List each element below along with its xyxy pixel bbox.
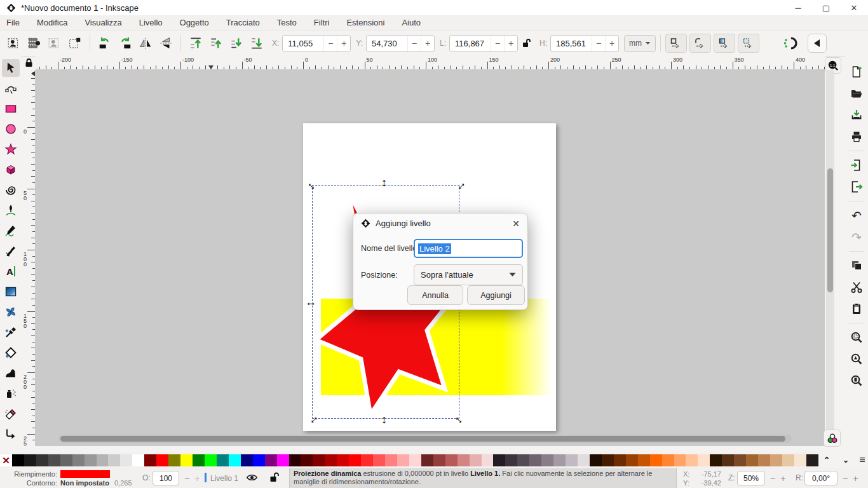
color-swatch[interactable] (156, 454, 168, 466)
gradient-tool[interactable] (2, 283, 20, 301)
color-swatch[interactable] (458, 454, 470, 466)
minimize-button[interactable]: ─ (784, 0, 812, 15)
color-swatch[interactable] (289, 454, 301, 466)
raise-icon[interactable] (206, 34, 226, 53)
current-layer-label[interactable]: Livello 1 (210, 474, 238, 483)
calligraphy-tool[interactable] (2, 242, 20, 260)
menu-tracciato[interactable]: Tracciato (226, 18, 260, 27)
opacity-spinner[interactable]: −+ (184, 471, 200, 485)
layer-lock-icon[interactable] (269, 472, 279, 482)
color-swatch[interactable] (445, 454, 458, 466)
color-swatch[interactable] (48, 454, 60, 466)
vertical-scrollbar-thumb[interactable] (827, 168, 833, 292)
selection-box-icon[interactable] (65, 34, 85, 53)
mesh-gradient-tool[interactable] (2, 303, 20, 321)
palette-scroll-down-icon[interactable]: ⌄ (837, 454, 854, 466)
selector-tool[interactable] (2, 59, 20, 77)
rectangle-tool[interactable] (2, 100, 20, 118)
opacity-decrement[interactable]: − (184, 473, 189, 484)
zoom-page-icon[interactable] (848, 372, 865, 390)
color-swatch[interactable] (602, 454, 614, 466)
y-field-value[interactable]: 54,730 (367, 36, 407, 51)
zoom-selection-icon[interactable] (848, 329, 865, 346)
color-swatch[interactable] (553, 454, 566, 466)
color-managed-view-button[interactable] (824, 430, 841, 447)
color-swatch[interactable] (710, 454, 722, 466)
palette-scroll-up-icon[interactable]: ⌃ (818, 454, 835, 466)
print-icon[interactable] (848, 128, 865, 146)
menu-filtri[interactable]: Filtri (314, 18, 330, 27)
import-icon[interactable] (848, 156, 865, 174)
rotate-cw-icon[interactable] (115, 34, 135, 53)
stroke-value[interactable]: Non impostato (60, 479, 109, 487)
rotation-increment[interactable]: + (853, 473, 858, 484)
color-swatch[interactable] (650, 454, 662, 466)
opacity-input[interactable]: 100 (153, 471, 179, 485)
color-swatch[interactable] (85, 454, 97, 466)
paste-icon[interactable] (848, 300, 865, 318)
width-decrement-button[interactable]: − (491, 36, 504, 51)
undo-icon[interactable]: ↶ (848, 207, 865, 224)
color-swatch[interactable] (385, 454, 397, 466)
opacity-increment[interactable]: + (194, 473, 200, 484)
flip-vertical-icon[interactable] (156, 34, 176, 53)
cancel-button[interactable]: Annulla (407, 285, 463, 305)
new-document-icon[interactable] (848, 63, 865, 81)
color-swatch[interactable] (722, 454, 734, 466)
color-swatch[interactable] (205, 454, 217, 466)
collapse-toolbar-button[interactable] (808, 34, 827, 53)
maximize-button[interactable]: ▢ (812, 0, 840, 15)
layer-position-dropdown[interactable]: Sopra l'attuale (414, 264, 523, 285)
y-field[interactable]: 54,730 − + (366, 35, 435, 52)
color-swatch[interactable] (734, 454, 746, 466)
color-swatch[interactable] (241, 454, 253, 466)
paint-bucket-tool[interactable] (2, 344, 20, 362)
color-swatch[interactable] (313, 454, 325, 466)
redo-icon[interactable]: ↷ (848, 228, 865, 246)
fill-color-swatch[interactable] (60, 470, 110, 478)
y-decrement-button[interactable]: − (407, 36, 421, 51)
color-swatch[interactable] (97, 454, 109, 466)
color-swatch[interactable] (180, 454, 193, 466)
resize-handle-top[interactable]: ↕ (381, 177, 387, 188)
snap-toggle-icon[interactable] (780, 34, 800, 53)
width-field[interactable]: 116,867 − + (449, 35, 518, 52)
eraser-tool[interactable] (2, 405, 20, 423)
text-tool[interactable]: A (2, 262, 20, 280)
color-swatch[interactable] (217, 454, 229, 466)
menu-estensioni[interactable]: Estensioni (346, 18, 384, 27)
duplicate-icon[interactable] (848, 257, 865, 274)
color-swatch[interactable] (482, 454, 494, 466)
horizontal-ruler[interactable]: -200-150-100-50050100150200250300350400 (36, 56, 825, 70)
rotation-decrement[interactable]: − (843, 473, 848, 484)
color-swatch[interactable] (277, 454, 289, 466)
color-swatch[interactable] (373, 454, 385, 466)
menu-aiuto[interactable]: Aiuto (402, 18, 421, 27)
ellipse-tool[interactable] (2, 120, 20, 138)
lower-to-bottom-icon[interactable] (247, 34, 267, 53)
flip-horizontal-icon[interactable] (135, 34, 156, 53)
rotation-input[interactable]: 0,00° (804, 471, 837, 485)
resize-handle-bottom[interactable]: ↕ (381, 414, 387, 425)
height-field-value[interactable]: 185,561 (551, 36, 592, 51)
zoom-increment[interactable]: + (780, 473, 785, 484)
color-swatch[interactable] (349, 454, 361, 466)
spray-tool[interactable] (2, 384, 20, 402)
color-swatch[interactable] (72, 454, 85, 466)
color-swatch[interactable] (578, 454, 590, 466)
color-swatch[interactable] (24, 454, 36, 466)
color-swatch[interactable] (108, 454, 120, 466)
color-swatch[interactable] (229, 454, 241, 466)
menu-visualizza[interactable]: Visualizza (85, 18, 121, 27)
color-swatch[interactable] (144, 454, 156, 466)
open-document-icon[interactable] (848, 85, 865, 102)
menu-livello[interactable]: Livello (139, 18, 163, 27)
deselect-icon[interactable] (44, 34, 65, 53)
pencil-tool[interactable] (2, 222, 20, 240)
connector-tool[interactable] (2, 425, 20, 443)
menu-modifica[interactable]: Modifica (37, 18, 67, 27)
color-swatch[interactable] (337, 454, 349, 466)
color-swatch[interactable] (782, 454, 794, 466)
height-field[interactable]: 185,561 − + (550, 35, 619, 52)
cut-icon[interactable] (848, 278, 865, 296)
